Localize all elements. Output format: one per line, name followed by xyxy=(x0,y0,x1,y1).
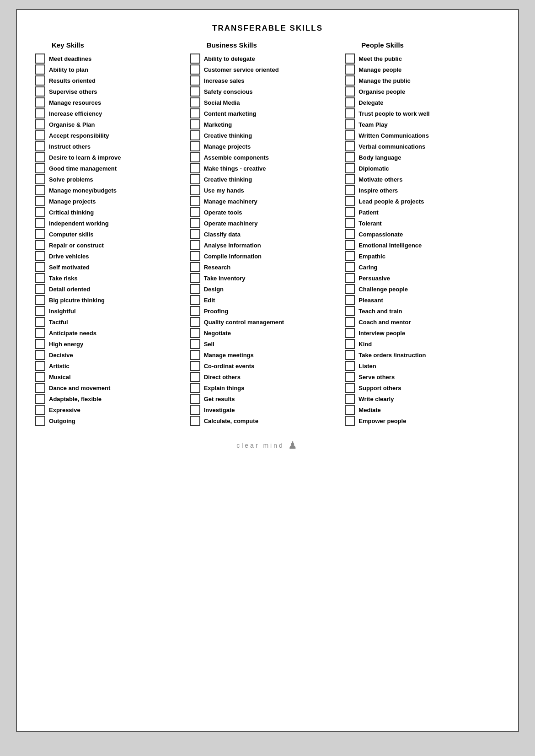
skill-checkbox[interactable] xyxy=(190,218,200,228)
skill-checkbox[interactable] xyxy=(190,262,200,272)
skill-checkbox[interactable] xyxy=(190,185,200,195)
skill-checkbox[interactable] xyxy=(35,317,45,327)
skill-checkbox[interactable] xyxy=(345,273,355,283)
skill-checkbox[interactable] xyxy=(35,361,45,371)
skill-checkbox[interactable] xyxy=(35,163,45,173)
skill-checkbox[interactable] xyxy=(345,174,355,184)
skill-checkbox[interactable] xyxy=(345,86,355,97)
skill-checkbox[interactable] xyxy=(190,141,200,151)
skill-checkbox[interactable] xyxy=(35,152,45,162)
skill-checkbox[interactable] xyxy=(190,240,200,250)
skill-checkbox[interactable] xyxy=(35,405,45,415)
skill-checkbox[interactable] xyxy=(190,339,200,349)
skill-checkbox[interactable] xyxy=(190,350,200,360)
skill-checkbox[interactable] xyxy=(345,196,355,206)
skill-checkbox[interactable] xyxy=(35,141,45,151)
skill-checkbox[interactable] xyxy=(35,273,45,283)
skill-checkbox[interactable] xyxy=(345,383,355,393)
skill-checkbox[interactable] xyxy=(35,295,45,305)
skill-checkbox[interactable] xyxy=(190,306,200,316)
skill-checkbox[interactable] xyxy=(345,54,355,64)
skill-checkbox[interactable] xyxy=(345,416,355,426)
skill-checkbox[interactable] xyxy=(345,328,355,338)
skill-checkbox[interactable] xyxy=(345,405,355,415)
skill-checkbox[interactable] xyxy=(345,119,355,129)
skill-checkbox[interactable] xyxy=(35,350,45,360)
skill-checkbox[interactable] xyxy=(190,295,200,305)
skill-checkbox[interactable] xyxy=(190,64,200,75)
skill-checkbox[interactable] xyxy=(345,163,355,173)
skill-checkbox[interactable] xyxy=(190,75,200,86)
skill-checkbox[interactable] xyxy=(345,339,355,349)
skill-checkbox[interactable] xyxy=(35,240,45,250)
skill-checkbox[interactable] xyxy=(35,328,45,338)
skill-checkbox[interactable] xyxy=(345,207,355,217)
skill-checkbox[interactable] xyxy=(190,152,200,162)
skill-checkbox[interactable] xyxy=(345,130,355,140)
skill-checkbox[interactable] xyxy=(345,317,355,327)
skill-checkbox[interactable] xyxy=(35,372,45,382)
skill-checkbox[interactable] xyxy=(190,405,200,415)
skill-checkbox[interactable] xyxy=(345,240,355,250)
skill-checkbox[interactable] xyxy=(190,97,200,107)
skill-checkbox[interactable] xyxy=(35,54,45,64)
skill-checkbox[interactable] xyxy=(190,229,200,239)
skill-checkbox[interactable] xyxy=(345,75,355,86)
skill-checkbox[interactable] xyxy=(190,328,200,338)
skill-checkbox[interactable] xyxy=(35,218,45,228)
skill-checkbox[interactable] xyxy=(35,416,45,426)
skill-checkbox[interactable] xyxy=(190,86,200,97)
skill-checkbox[interactable] xyxy=(345,262,355,272)
skill-checkbox[interactable] xyxy=(35,207,45,217)
skill-checkbox[interactable] xyxy=(345,218,355,228)
skill-checkbox[interactable] xyxy=(190,163,200,173)
skill-checkbox[interactable] xyxy=(345,108,355,118)
skill-checkbox[interactable] xyxy=(35,130,45,140)
skill-checkbox[interactable] xyxy=(35,64,45,75)
skill-checkbox[interactable] xyxy=(345,152,355,162)
skill-checkbox[interactable] xyxy=(345,350,355,360)
skill-checkbox[interactable] xyxy=(35,383,45,393)
skill-checkbox[interactable] xyxy=(345,251,355,261)
skill-checkbox[interactable] xyxy=(345,97,355,107)
skill-checkbox[interactable] xyxy=(35,119,45,129)
skill-checkbox[interactable] xyxy=(190,416,200,426)
skill-checkbox[interactable] xyxy=(190,207,200,217)
skill-checkbox[interactable] xyxy=(35,86,45,97)
skill-checkbox[interactable] xyxy=(345,361,355,371)
skill-checkbox[interactable] xyxy=(345,64,355,75)
skill-checkbox[interactable] xyxy=(190,383,200,393)
skill-checkbox[interactable] xyxy=(35,75,45,86)
skill-checkbox[interactable] xyxy=(35,174,45,184)
skill-checkbox[interactable] xyxy=(190,119,200,129)
skill-checkbox[interactable] xyxy=(190,372,200,382)
skill-checkbox[interactable] xyxy=(35,251,45,261)
skill-checkbox[interactable] xyxy=(190,174,200,184)
skill-checkbox[interactable] xyxy=(190,54,200,64)
skill-checkbox[interactable] xyxy=(190,284,200,294)
skill-checkbox[interactable] xyxy=(35,339,45,349)
skill-checkbox[interactable] xyxy=(35,196,45,206)
skill-checkbox[interactable] xyxy=(190,196,200,206)
skill-checkbox[interactable] xyxy=(345,141,355,151)
skill-checkbox[interactable] xyxy=(190,317,200,327)
skill-checkbox[interactable] xyxy=(345,394,355,404)
skill-checkbox[interactable] xyxy=(345,185,355,195)
skill-checkbox[interactable] xyxy=(345,229,355,239)
skill-checkbox[interactable] xyxy=(190,251,200,261)
skill-checkbox[interactable] xyxy=(35,97,45,107)
skill-checkbox[interactable] xyxy=(345,372,355,382)
skill-checkbox[interactable] xyxy=(190,130,200,140)
skill-checkbox[interactable] xyxy=(190,361,200,371)
skill-checkbox[interactable] xyxy=(190,273,200,283)
skill-checkbox[interactable] xyxy=(35,185,45,195)
skill-checkbox[interactable] xyxy=(35,284,45,294)
skill-checkbox[interactable] xyxy=(345,284,355,294)
skill-checkbox[interactable] xyxy=(35,306,45,316)
skill-checkbox[interactable] xyxy=(35,229,45,239)
skill-checkbox[interactable] xyxy=(35,394,45,404)
skill-checkbox[interactable] xyxy=(190,394,200,404)
skill-checkbox[interactable] xyxy=(190,108,200,118)
skill-checkbox[interactable] xyxy=(35,262,45,272)
skill-checkbox[interactable] xyxy=(345,306,355,316)
